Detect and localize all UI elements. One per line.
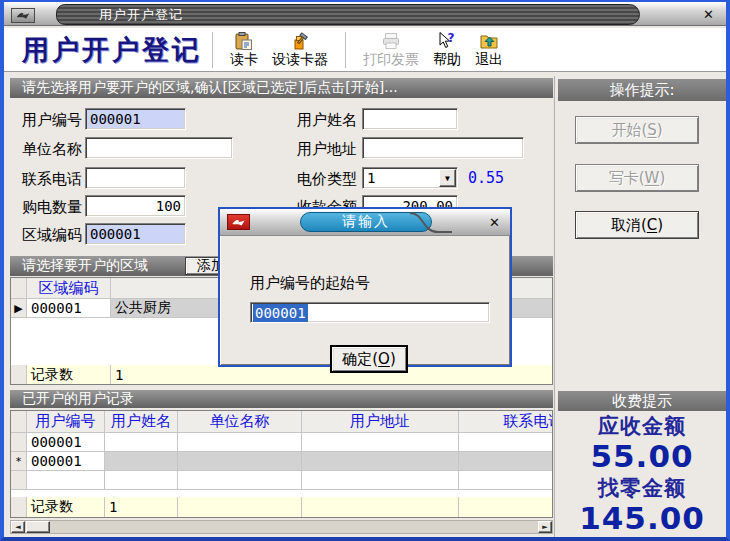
records-section-title: 已开户的用户记录 <box>22 390 134 408</box>
footer-cell <box>459 497 553 517</box>
table-row[interactable]: 000001 <box>11 433 552 452</box>
footer-selector <box>11 365 27 384</box>
qty-label: 购电数量 <box>22 198 82 217</box>
scrollbar-thumb[interactable] <box>26 521 50 533</box>
record-count-value: 1 <box>105 497 178 517</box>
instruction-text: 请先选择用户要开户的区域,确认[区域已选定]后点击[开始]... <box>22 79 398 97</box>
scroll-left-icon[interactable]: ◄ <box>11 521 25 533</box>
area-header-selector <box>11 278 27 299</box>
printer-icon <box>381 31 401 51</box>
exit-button[interactable]: 退出 <box>468 30 510 69</box>
start-button: 开始(S) <box>575 116 699 144</box>
help-label: 帮助 <box>433 51 461 68</box>
ok-button[interactable]: 确定(O) <box>331 346 407 372</box>
rec-header-selector <box>11 411 27 433</box>
titlebar-stripes: 用户开户登记 <box>56 4 640 25</box>
horizontal-scrollbar[interactable]: ◄ ► <box>10 520 553 534</box>
dialog-body: 用户编号的起始号 000001 确定(O) <box>220 236 510 365</box>
row-selector <box>11 433 27 452</box>
rec-user-no-cell: 000001 <box>27 452 105 471</box>
input-dialog: 请输入 ✕ 用户编号的起始号 000001 确定(O) <box>218 207 512 367</box>
card-reader-icon <box>234 31 254 51</box>
dialog-titlebar: 请输入 ✕ <box>220 209 510 236</box>
toolbar-separator <box>212 32 213 68</box>
phone-field[interactable] <box>85 167 186 189</box>
record-count-label: 记录数 <box>27 497 105 517</box>
exit-label: 退出 <box>475 51 503 68</box>
rec-cell <box>459 471 553 490</box>
table-row[interactable] <box>11 471 552 490</box>
area-code-label: 区域编码 <box>22 226 82 245</box>
area-code-field[interactable]: 000001 <box>85 223 186 245</box>
receivable-value: 55.00 <box>558 438 726 474</box>
phone-label: 联系电话 <box>22 170 82 189</box>
change-value: 145.00 <box>558 500 726 536</box>
area-col-code: 区域编码 <box>27 278 111 299</box>
scroll-right-icon[interactable]: ► <box>538 521 552 533</box>
dialog-input[interactable]: 000001 <box>250 302 490 323</box>
print-invoice-label: 打印发票 <box>363 51 419 68</box>
records-section-bar: 已开户的用户记录 <box>10 390 553 408</box>
rec-cell <box>105 452 178 471</box>
fee-panel-title: 收费提示 <box>612 392 672 411</box>
page-title: 用户开户登记 <box>22 32 202 68</box>
tools-icon <box>290 31 310 51</box>
ops-panel-header: 操作提示: <box>558 79 726 101</box>
table-row[interactable]: * 000001 <box>11 452 552 471</box>
area-table-footer: 记录数 1 <box>11 365 552 384</box>
cancel-button[interactable]: 取消(C) <box>575 211 699 239</box>
row-pointer-icon: ▶ <box>11 299 27 318</box>
dialog-title: 请输入 <box>300 212 432 232</box>
selected-input-text: 000001 <box>253 304 308 322</box>
records-header-row: 用户编号 用户姓名 单位名称 用户地址 联系电话 <box>11 411 552 433</box>
rec-col-user-addr: 用户地址 <box>302 411 459 433</box>
rec-cell <box>459 452 553 471</box>
fee-panel-header: 收费提示 <box>558 391 726 411</box>
svg-text:?: ? <box>448 31 455 45</box>
rec-cell <box>178 452 302 471</box>
unit-name-field[interactable] <box>85 137 233 159</box>
rec-cell <box>302 452 459 471</box>
new-row-marker: * <box>11 452 27 471</box>
user-no-field[interactable]: 000001 <box>85 108 186 130</box>
app-logo-icon <box>11 8 35 23</box>
write-card-button: 写卡(W) <box>575 164 699 192</box>
user-name-field[interactable] <box>362 108 458 130</box>
price-type-value: 1 <box>367 170 375 186</box>
help-cursor-icon: ? <box>437 31 457 51</box>
records-table: 用户编号 用户姓名 单位名称 用户地址 联系电话 000001 * 000001 <box>10 410 553 518</box>
close-icon[interactable]: ✕ <box>703 6 714 23</box>
exit-folder-icon <box>479 31 499 51</box>
user-addr-label: 用户地址 <box>297 140 357 159</box>
vertical-divider <box>553 76 555 537</box>
help-button[interactable]: ? 帮助 <box>426 30 468 69</box>
unit-name-label: 单位名称 <box>22 140 82 159</box>
rec-col-phone: 联系电话 <box>459 411 553 433</box>
rec-col-unit-name: 单位名称 <box>178 411 302 433</box>
user-addr-field[interactable] <box>362 137 524 159</box>
footer-cell <box>178 497 302 517</box>
price-type-select[interactable]: 1 ▼ <box>362 167 458 189</box>
area-code-cell: 000001 <box>27 299 111 318</box>
qty-field[interactable]: 100 <box>85 195 186 217</box>
rec-col-user-no: 用户编号 <box>27 411 105 433</box>
read-card-label: 读卡 <box>230 51 258 68</box>
record-count-label: 记录数 <box>27 365 111 384</box>
window-titlebar: 用户开户登记 ✕ <box>4 0 726 26</box>
toolbar: 用户开户登记 读卡 <box>4 28 726 72</box>
receivable-label: 应收金额 <box>558 412 726 440</box>
print-invoice-button: 打印发票 <box>356 30 426 69</box>
area-section-title: 请选择要开户的区域 <box>22 257 148 275</box>
setup-reader-button[interactable]: 设读卡器 <box>265 30 335 69</box>
dialog-logo-icon <box>227 214 250 230</box>
price-type-label: 电价类型 <box>297 170 357 189</box>
rec-col-user-name: 用户姓名 <box>105 411 178 433</box>
footer-selector <box>11 497 27 517</box>
dialog-close-icon[interactable]: ✕ <box>489 214 500 231</box>
rec-cell <box>27 471 105 490</box>
chevron-down-icon[interactable]: ▼ <box>439 169 456 187</box>
read-card-button[interactable]: 读卡 <box>223 30 265 69</box>
rec-cell <box>302 433 459 452</box>
toolbar-separator <box>345 32 346 68</box>
rec-cell <box>459 433 553 452</box>
